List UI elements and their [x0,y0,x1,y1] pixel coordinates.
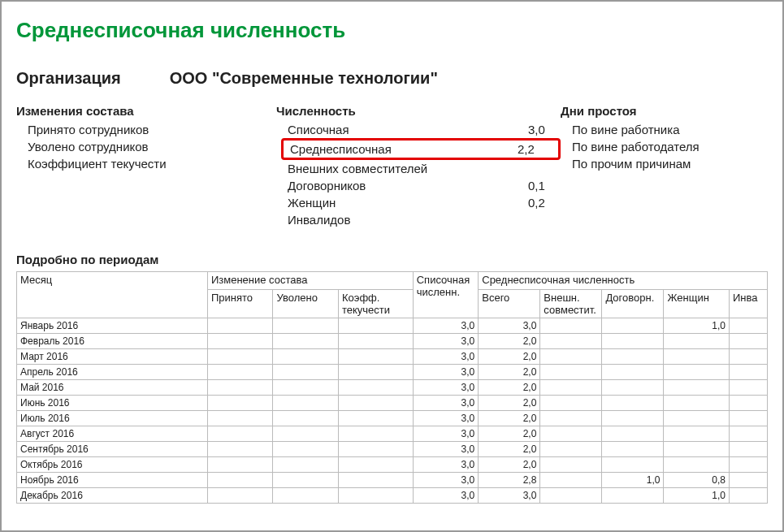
cell-spisoch: 3,0 [413,457,479,473]
cell-koeff [338,488,413,504]
cell-vneshn [540,457,602,473]
cell-spisoch: 3,0 [413,442,479,457]
cell-uvoleno [273,396,339,411]
cell-month: Ноябрь 2016 [17,473,208,488]
cell-prinyato [207,318,273,334]
th-vneshn: Внешн. совместит. [540,290,602,318]
cell-prinyato [207,457,273,473]
cell-month: Март 2016 [17,349,208,365]
cell-dogovor [602,334,664,349]
cell-dogovor [602,365,664,380]
cell-invalid [729,334,767,349]
cell-koeff [338,349,413,365]
cell-spisoch: 3,0 [413,349,479,365]
cell-uvoleno [273,380,339,396]
count-value: 0,1 [528,179,561,192]
table-header: Месяц Изменение состава Списочная числен… [17,272,768,318]
changes-value [244,123,276,136]
cell-zhenshin: 0,8 [664,473,730,488]
cell-vneshn [540,473,602,488]
cell-spisoch: 3,0 [413,318,479,334]
table-row: Сентябрь 20163,02,0 [17,442,768,457]
cell-koeff [338,473,413,488]
downtime-value [731,157,764,171]
cell-invalid [729,411,767,426]
cell-dogovor [602,318,664,334]
table-row: Декабрь 20163,03,01,0 [17,488,768,504]
th-uvoleno: Уволено [273,290,339,318]
cell-dogovor [602,396,664,411]
count-label: Среднесписочная [290,142,518,156]
cell-vneshn [540,411,602,426]
count-row: Женщин0,2 [276,194,561,211]
cell-prinyato [207,473,273,488]
downtime-column: Дни простоя По вине работникаПо вине раб… [561,104,764,228]
count-column: Численность Списочная3,0Среднесписочная2… [276,104,561,228]
count-label: Женщин [288,196,528,210]
cell-vneshn [540,396,602,411]
cell-month: Апрель 2016 [17,365,208,380]
org-label: Организация [16,69,121,88]
cell-zhenshin: 1,0 [664,318,730,334]
count-row: Внешних совместителей [276,160,561,177]
th-zhenshin: Женщин [664,290,730,318]
cell-vneshn [540,488,602,504]
cell-vsego: 2,0 [479,365,540,380]
count-header: Численность [276,104,561,118]
count-row: Среднесписочная2,2 [281,138,561,160]
cell-koeff [338,396,413,411]
th-koeff: Коэфф. текучести [338,290,413,318]
cell-month: Июнь 2016 [17,396,208,411]
cell-month: Август 2016 [17,426,208,442]
cell-invalid [729,442,767,457]
table-row: Ноябрь 20163,02,81,00,8 [17,473,768,488]
cell-vsego: 2,0 [479,411,540,426]
cell-vsego: 2,0 [479,457,540,473]
downtime-header: Дни простоя [561,104,764,118]
periods-header: Подробно по периодам [16,253,768,266]
cell-vsego: 2,0 [479,426,540,442]
cell-koeff [338,334,413,349]
periods-table: Месяц Изменение состава Списочная числен… [16,271,768,504]
cell-spisoch: 3,0 [413,473,479,488]
cell-koeff [338,426,413,442]
cell-vsego: 2,0 [479,380,540,396]
cell-vneshn [540,334,602,349]
cell-uvoleno [273,349,339,365]
count-row: Списочная3,0 [276,121,561,138]
cell-dogovor: 1,0 [602,473,664,488]
cell-month: Сентябрь 2016 [17,442,208,457]
downtime-label: По вине работника [572,123,731,136]
cell-dogovor [602,442,664,457]
changes-value [244,140,276,154]
cell-dogovor [602,349,664,365]
downtime-row: По вине работника [561,121,764,138]
changes-label: Принято сотрудников [28,123,244,136]
cell-invalid [729,396,767,411]
report-title: Среднесписочная численность [16,18,768,43]
cell-zhenshin [664,365,730,380]
cell-vneshn [540,349,602,365]
cell-invalid [729,365,767,380]
cell-koeff [338,318,413,334]
th-changes-group: Изменение состава [207,272,413,290]
count-label: Внешних совместителей [288,162,528,175]
th-spisoch: Списочная численн. [413,272,479,318]
cell-vneshn [540,365,602,380]
cell-invalid [729,473,767,488]
cell-vsego: 2,0 [479,349,540,365]
count-label: Договорников [288,179,528,192]
cell-vsego: 2,0 [479,334,540,349]
table-row: Август 20163,02,0 [17,426,768,442]
cell-spisoch: 3,0 [413,396,479,411]
cell-zhenshin [664,426,730,442]
cell-month: Июль 2016 [17,411,208,426]
downtime-row: По прочим причинам [561,155,764,172]
count-value [528,162,561,175]
cell-uvoleno [273,488,339,504]
changes-label: Коэффициент текучести [28,157,244,171]
cell-vneshn [540,318,602,334]
cell-vsego: 2,0 [479,442,540,457]
cell-uvoleno [273,334,339,349]
count-value: 0,2 [528,196,561,210]
